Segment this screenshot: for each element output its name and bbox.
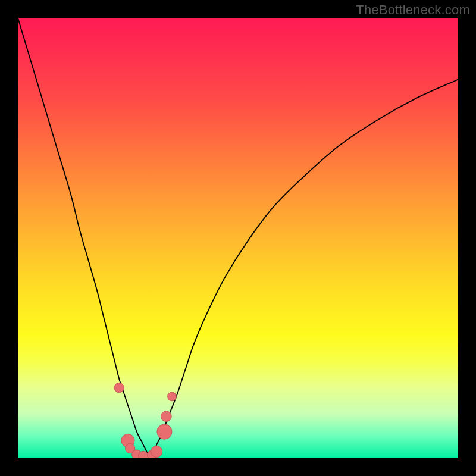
chart-frame: TheBottleneck.com [0, 0, 476, 476]
data-markers [114, 383, 176, 458]
data-marker [139, 451, 148, 458]
curve-layer [18, 18, 458, 458]
data-marker [114, 383, 124, 392]
bottleneck-curve-right [150, 80, 458, 458]
bottleneck-curve-left [18, 18, 150, 458]
data-marker [157, 424, 172, 439]
data-marker [161, 411, 172, 422]
watermark-text: TheBottleneck.com [356, 2, 470, 18]
plot-area [18, 18, 458, 458]
data-marker [151, 446, 162, 457]
data-marker [168, 392, 177, 401]
